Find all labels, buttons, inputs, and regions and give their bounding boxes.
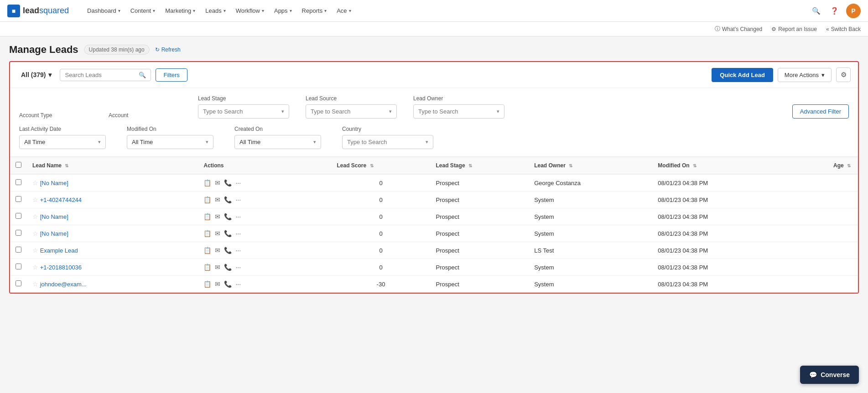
created-on-select[interactable]: All Time ▾ — [234, 135, 321, 149]
add-activity-icon[interactable]: 📋 — [203, 247, 211, 254]
add-activity-icon[interactable]: 📋 — [203, 196, 211, 203]
row-checkbox[interactable] — [16, 280, 21, 286]
send-email-icon[interactable]: ✉ — [215, 247, 220, 254]
send-email-icon[interactable]: ✉ — [215, 213, 220, 220]
row-checkbox-cell[interactable] — [10, 174, 27, 191]
th-lead-owner[interactable]: Lead Owner ⇅ — [529, 157, 652, 175]
star-icon[interactable]: ☆ — [32, 213, 38, 220]
row-checkbox-cell[interactable] — [10, 225, 27, 242]
refresh-button[interactable]: ↻ Refresh — [155, 47, 181, 53]
row-checkbox[interactable] — [16, 247, 21, 253]
send-email-icon[interactable]: ✉ — [215, 179, 220, 186]
row-checkbox[interactable] — [16, 213, 21, 219]
th-age[interactable]: Age ⇅ — [795, 157, 858, 175]
leads-count-dropdown[interactable]: All (379) ▾ — [17, 69, 55, 80]
row-checkbox[interactable] — [16, 264, 21, 269]
add-activity-icon[interactable]: 📋 — [203, 213, 211, 220]
lead-source-select[interactable]: ▾ — [306, 104, 397, 119]
send-email-icon[interactable]: ✉ — [215, 196, 220, 203]
country-select[interactable]: ▾ — [342, 135, 433, 149]
call-icon[interactable]: 📞 — [224, 179, 232, 186]
th-lead-score[interactable]: Lead Score ⇅ — [332, 157, 431, 175]
advanced-filter-button[interactable]: Advanced Filter — [792, 104, 849, 119]
star-icon[interactable]: ☆ — [32, 230, 38, 237]
add-activity-icon[interactable]: 📋 — [203, 264, 211, 271]
more-icon[interactable]: ··· — [235, 280, 241, 288]
row-checkbox[interactable] — [16, 230, 21, 236]
lead-name-link[interactable]: [No Name] — [40, 213, 68, 220]
lead-owner-input[interactable] — [418, 108, 495, 115]
more-icon[interactable]: ··· — [235, 179, 241, 186]
select-all-header[interactable] — [10, 157, 27, 175]
row-checkbox-cell[interactable] — [10, 208, 27, 225]
lead-name-link[interactable]: +1-4024744244 — [40, 196, 82, 203]
nav-workflow[interactable]: Workflow ▾ — [231, 5, 269, 17]
modified-on-select[interactable]: All Time ▾ — [127, 135, 213, 149]
star-icon[interactable]: ☆ — [32, 179, 38, 186]
more-icon[interactable]: ··· — [235, 247, 241, 254]
nav-dashboard[interactable]: Dashboard ▾ — [83, 5, 125, 17]
lead-name-link[interactable]: [No Name] — [40, 180, 68, 186]
lead-owner-select[interactable]: ▾ — [413, 104, 504, 119]
star-icon[interactable]: ☆ — [32, 247, 38, 254]
nav-ace[interactable]: Ace ▾ — [332, 5, 355, 17]
nav-leads[interactable]: Leads ▾ — [201, 5, 230, 17]
nav-content[interactable]: Content ▾ — [126, 5, 160, 17]
settings-button[interactable]: ⚙ — [836, 67, 851, 82]
lead-name-link[interactable]: [No Name] — [40, 230, 68, 237]
help-icon-button[interactable]: ❓ — [828, 5, 841, 17]
country-input[interactable] — [347, 139, 424, 145]
th-lead-name[interactable]: Lead Name ⇅ — [27, 157, 198, 175]
row-checkbox-cell[interactable] — [10, 191, 27, 208]
more-actions-button[interactable]: More Actions ▾ — [778, 68, 832, 82]
add-activity-icon[interactable]: 📋 — [203, 230, 211, 237]
lead-name-link[interactable]: +1-2018810036 — [40, 264, 82, 271]
th-modified-on[interactable]: Modified On ⇅ — [652, 157, 795, 175]
nav-apps[interactable]: Apps ▾ — [270, 5, 296, 17]
star-icon[interactable]: ☆ — [32, 280, 38, 288]
call-icon[interactable]: 📞 — [224, 230, 232, 237]
star-icon[interactable]: ☆ — [32, 196, 38, 203]
th-lead-stage[interactable]: Lead Stage ⇅ — [431, 157, 529, 175]
search-box[interactable]: 🔍 — [60, 69, 151, 81]
last-activity-select[interactable]: All Time ▾ — [19, 135, 106, 149]
call-icon[interactable]: 📞 — [224, 264, 232, 271]
star-icon[interactable]: ☆ — [32, 264, 38, 271]
search-icon-button[interactable]: 🔍 — [810, 5, 822, 17]
select-all-checkbox[interactable] — [16, 162, 21, 168]
add-activity-icon[interactable]: 📋 — [203, 179, 211, 186]
row-checkbox[interactable] — [16, 196, 21, 202]
call-icon[interactable]: 📞 — [224, 280, 232, 288]
more-icon[interactable]: ··· — [235, 213, 241, 220]
nav-marketing[interactable]: Marketing ▾ — [161, 5, 200, 17]
call-icon[interactable]: 📞 — [224, 213, 232, 220]
report-issue-link[interactable]: ⚙ Report an Issue — [771, 26, 817, 32]
switch-back-link[interactable]: « Switch Back — [826, 26, 861, 32]
search-leads-input[interactable] — [65, 72, 136, 78]
lead-source-input[interactable] — [311, 108, 387, 115]
filters-button[interactable]: Filters — [156, 68, 187, 82]
user-avatar[interactable]: P — [846, 4, 861, 18]
call-icon[interactable]: 📞 — [224, 196, 232, 203]
row-checkbox[interactable] — [16, 179, 21, 185]
call-icon[interactable]: 📞 — [224, 247, 232, 254]
lead-stage-input[interactable] — [203, 108, 280, 115]
converse-button[interactable]: 💬 Converse — [800, 366, 859, 384]
send-email-icon[interactable]: ✉ — [215, 264, 220, 271]
quick-add-lead-button[interactable]: Quick Add Lead — [712, 68, 773, 82]
whats-changed-link[interactable]: ⓘ What's Changed — [715, 25, 762, 33]
more-icon[interactable]: ··· — [235, 196, 241, 203]
lead-name-link[interactable]: Example Lead — [40, 247, 78, 254]
logo[interactable]: ■ leadsquared — [7, 5, 69, 17]
lead-name-link[interactable]: johndoe@exam... — [40, 281, 87, 288]
row-checkbox-cell[interactable] — [10, 276, 27, 293]
send-email-icon[interactable]: ✉ — [215, 280, 220, 288]
add-activity-icon[interactable]: 📋 — [203, 280, 211, 288]
row-checkbox-cell[interactable] — [10, 242, 27, 259]
send-email-icon[interactable]: ✉ — [215, 230, 220, 237]
row-checkbox-cell[interactable] — [10, 259, 27, 276]
lead-stage-select[interactable]: ▾ — [198, 104, 289, 119]
nav-reports[interactable]: Reports ▾ — [297, 5, 332, 17]
more-icon[interactable]: ··· — [235, 230, 241, 237]
more-icon[interactable]: ··· — [235, 264, 241, 271]
